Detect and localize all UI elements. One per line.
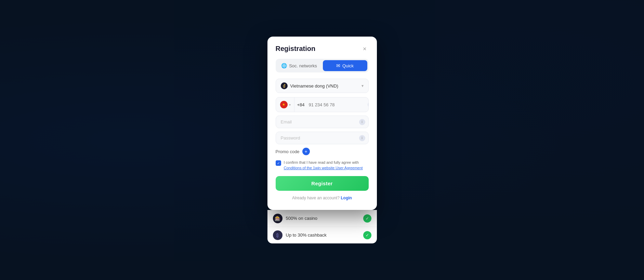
modal-wrapper: Registration × 🌐 Soc. networks ✉ Quick xyxy=(267,37,377,243)
tab-soc-networks[interactable]: 🌐 Soc. networks xyxy=(277,60,321,71)
agree-checkbox[interactable]: ✓ xyxy=(276,160,281,166)
tab-soc-networks-label: Soc. networks xyxy=(289,63,317,68)
modal-title: Registration xyxy=(276,45,316,53)
phone-field: ★ ▾ +84 i xyxy=(276,97,369,112)
already-label: Already have an account? xyxy=(292,196,340,200)
login-row: Already have an account? Login xyxy=(276,196,369,200)
phone-flag-selector[interactable]: ★ ▾ xyxy=(276,97,294,112)
tab-quick-label: Quick xyxy=(342,63,354,68)
register-button[interactable]: Register xyxy=(276,176,369,191)
password-info-icon[interactable]: i xyxy=(359,135,365,141)
phone-info-icon[interactable]: i xyxy=(368,102,369,108)
currency-label: Vietnamese dong (VND) xyxy=(290,83,339,89)
promo-plus-button[interactable]: + xyxy=(302,148,310,155)
tab-quick[interactable]: ✉ Quick xyxy=(323,60,367,71)
vietnam-flag: ★ xyxy=(280,101,288,108)
agree-link[interactable]: Conditions of the 1win website User Agre… xyxy=(284,166,363,170)
email-info-icon[interactable]: i xyxy=(359,119,365,125)
login-link[interactable]: Login xyxy=(341,196,352,200)
chevron-down-icon: ▾ xyxy=(362,83,364,88)
casino-check-icon: ✓ xyxy=(363,214,371,223)
phone-country-code: +84 xyxy=(294,99,307,111)
agreement-row: ✓ I confirm that I have read and fully a… xyxy=(276,160,369,171)
quick-icon: ✉ xyxy=(336,63,340,68)
currency-selector[interactable]: ₫ Vietnamese dong (VND) ▾ xyxy=(276,79,369,93)
soc-networks-icon: 🌐 xyxy=(281,63,287,68)
phone-number-input[interactable] xyxy=(307,99,368,111)
email-input[interactable] xyxy=(276,116,369,128)
agree-text: I confirm that I have read and fully agr… xyxy=(284,160,369,171)
password-field-wrapper: i xyxy=(276,132,369,144)
close-button[interactable]: × xyxy=(361,45,369,53)
modal-header: Registration × xyxy=(276,45,369,53)
casino-icon: 🎰 xyxy=(273,214,282,223)
password-input[interactable] xyxy=(276,132,369,144)
bonus-casino-left: 🎰 500% on casino xyxy=(273,214,318,223)
promo-label: Promo code xyxy=(276,149,300,154)
bonus-item-casino: 🎰 500% on casino ✓ xyxy=(267,210,377,227)
bonus-item-cashback: ₿ Up to 30% cashback ✓ xyxy=(267,227,377,243)
cashback-check-icon: ✓ xyxy=(363,231,371,239)
bonus-casino-text: 500% on casino xyxy=(286,216,318,221)
cashback-icon: ₿ xyxy=(273,230,282,240)
bonus-cashback-left: ₿ Up to 30% cashback xyxy=(273,230,327,240)
currency-icon: ₫ xyxy=(281,82,288,89)
bonus-cashback-text: Up to 30% cashback xyxy=(286,232,327,238)
registration-modal: Registration × 🌐 Soc. networks ✉ Quick xyxy=(267,37,377,210)
bonus-panel: 🎰 500% on casino ✓ ₿ Up to 30% cashback … xyxy=(267,210,377,243)
promo-code-row: Promo code + xyxy=(276,148,369,155)
currency-inner: ₫ Vietnamese dong (VND) xyxy=(281,82,339,89)
tab-group: 🌐 Soc. networks ✉ Quick xyxy=(276,59,369,72)
email-field-wrapper: i xyxy=(276,116,369,128)
phone-chevron-icon: ▾ xyxy=(289,103,291,107)
modal-overlay: Registration × 🌐 Soc. networks ✉ Quick xyxy=(0,0,644,280)
flag-star-icon: ★ xyxy=(282,103,285,106)
